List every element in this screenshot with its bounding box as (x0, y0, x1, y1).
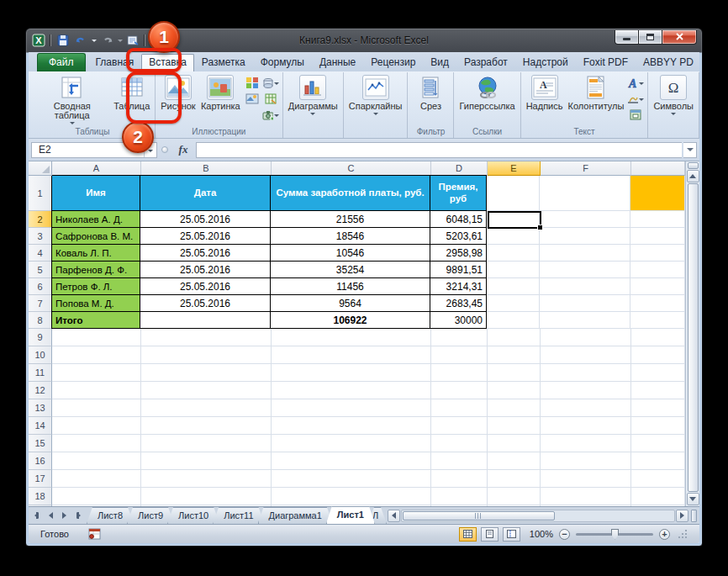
cell-date[interactable]: 25.05.2016 (140, 295, 271, 312)
cell[interactable] (631, 399, 685, 417)
charts-button[interactable]: Диаграммы (286, 73, 340, 115)
selected-cell-outline[interactable] (488, 211, 541, 229)
screenshot-icon[interactable] (262, 108, 279, 122)
cell-bonus[interactable]: 9891,51 (430, 262, 487, 278)
cell[interactable] (488, 329, 541, 346)
zoom-out-button[interactable]: − (559, 529, 570, 540)
row-header[interactable]: 15 (29, 435, 52, 452)
last-sheet-button[interactable] (71, 510, 84, 522)
cell[interactable] (488, 346, 541, 364)
row-header-7[interactable]: 7 (29, 295, 52, 312)
cell-salary[interactable]: 35254 (271, 262, 430, 278)
photo-album-icon[interactable] (244, 92, 261, 106)
cell-c1-header[interactable]: Сумма заработной платы, руб. (271, 175, 430, 211)
cell[interactable] (631, 470, 685, 488)
close-button[interactable] (662, 30, 697, 45)
cell-b1-header[interactable]: Дата (140, 175, 271, 211)
cell[interactable] (487, 295, 540, 312)
tab-abbyy[interactable]: ABBYY PD (636, 54, 699, 71)
cell[interactable] (541, 452, 631, 470)
hyperlink-button[interactable]: Гиперссылка (456, 73, 517, 111)
cell[interactable] (272, 488, 431, 505)
tab-page-layout[interactable]: Разметка (194, 54, 253, 71)
cell[interactable] (488, 364, 541, 382)
cell[interactable] (630, 262, 685, 278)
undo-button[interactable] (73, 33, 88, 48)
cell[interactable] (631, 505, 685, 506)
cell-salary[interactable]: 11456 (271, 278, 430, 295)
cell[interactable] (540, 228, 630, 245)
tab-formulas[interactable]: Формулы (253, 54, 312, 71)
cell-bonus[interactable]: 2958,98 (430, 245, 487, 262)
print-preview-button[interactable] (125, 33, 140, 48)
cell[interactable] (141, 329, 272, 346)
cell-date[interactable]: 25.05.2016 (140, 228, 271, 245)
cell[interactable] (488, 452, 541, 470)
row-header[interactable]: 14 (29, 417, 52, 435)
cell[interactable] (431, 505, 488, 506)
row-header[interactable]: 11 (29, 364, 52, 382)
cell[interactable] (141, 452, 272, 470)
cell-salary[interactable]: 18546 (271, 228, 430, 245)
cell[interactable] (140, 312, 271, 329)
sheet-tab-list10[interactable]: Лист10 (167, 507, 219, 524)
first-sheet-button[interactable] (31, 510, 44, 522)
cell[interactable] (487, 228, 540, 245)
page-break-view-button[interactable] (503, 527, 520, 542)
cell[interactable] (540, 211, 630, 228)
cell[interactable] (141, 364, 272, 382)
cell[interactable] (52, 382, 141, 399)
cell[interactable] (630, 278, 685, 295)
cell[interactable] (141, 399, 272, 417)
column-header-c[interactable]: C (272, 161, 431, 176)
cell[interactable] (431, 346, 488, 364)
tab-splitter-handle[interactable] (691, 510, 697, 522)
normal-view-button[interactable] (459, 527, 477, 542)
text-box-button[interactable]: A Надпись (524, 73, 566, 111)
cell[interactable] (52, 346, 141, 364)
zoom-slider-thumb[interactable] (611, 529, 619, 540)
cell[interactable] (488, 417, 541, 435)
cell-date[interactable]: 25.05.2016 (140, 245, 271, 262)
column-header-f[interactable]: F (541, 161, 631, 176)
cell[interactable] (272, 435, 431, 452)
cell[interactable] (141, 382, 272, 399)
cell[interactable] (272, 452, 431, 470)
row-header[interactable]: 10 (29, 346, 52, 364)
cell[interactable] (272, 399, 431, 417)
cell-total-bonus[interactable]: 30000 (430, 312, 487, 329)
cell-name[interactable]: Попова М. Д. (51, 295, 140, 312)
cell[interactable] (541, 435, 631, 452)
cell[interactable] (431, 488, 488, 505)
cell[interactable] (540, 278, 630, 295)
formula-input[interactable] (196, 142, 682, 158)
cell[interactable] (431, 470, 488, 488)
cell[interactable] (631, 382, 685, 399)
cell[interactable] (488, 399, 541, 417)
cell[interactable] (431, 452, 488, 470)
cell[interactable] (541, 346, 631, 364)
cell[interactable] (488, 382, 541, 399)
cell-bonus[interactable]: 5203,61 (430, 228, 487, 245)
cell[interactable] (630, 295, 685, 312)
cell[interactable] (487, 262, 540, 278)
row-header-8[interactable]: 8 (29, 312, 52, 329)
tab-addins[interactable]: Надстрой (515, 54, 576, 71)
cell-f1[interactable] (540, 176, 630, 211)
header-footer-button[interactable]: Колонтитулы (565, 73, 626, 111)
object-icon[interactable] (627, 108, 644, 122)
cell-a1-header[interactable]: Имя (51, 175, 140, 211)
cell[interactable] (272, 329, 431, 346)
sheet-tab-diagram1[interactable]: Диаграмма1 (258, 507, 333, 524)
tab-view[interactable]: Вид (423, 54, 456, 71)
cell[interactable] (630, 245, 685, 262)
cell[interactable] (541, 364, 631, 382)
cell[interactable] (52, 417, 141, 435)
cell[interactable] (631, 488, 685, 505)
cell[interactable] (141, 417, 272, 435)
sheet-tab-list11[interactable]: Лист11 (213, 507, 264, 524)
page-layout-view-button[interactable] (481, 527, 499, 542)
cell[interactable] (52, 452, 141, 470)
cell-date[interactable]: 25.05.2016 (140, 278, 271, 295)
cell-bonus[interactable]: 6048,15 (430, 211, 487, 228)
